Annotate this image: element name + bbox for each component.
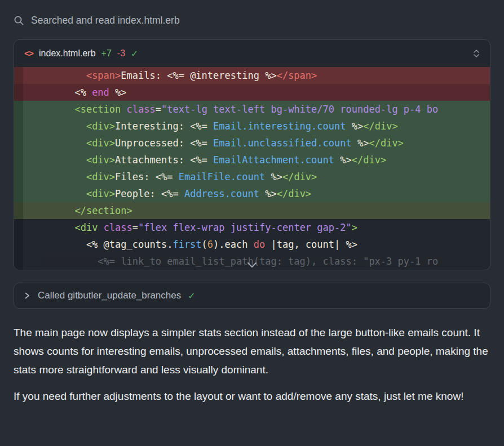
assistant-message: The main page now displays a simpler sta… [14, 323, 490, 405]
chevron-down-icon[interactable] [247, 262, 257, 268]
expand-collapse-icon[interactable] [471, 47, 482, 60]
diff-line: <div>Interesting: <%= Email.interesting.… [14, 118, 490, 135]
diff-line-gutter [14, 253, 23, 270]
code-file-icon: <> [24, 48, 33, 59]
diff-code-block: <span>Emails: <%= @interesting %></span>… [14, 67, 490, 270]
diff-line: <div>Unprocessed: <%= Email.unclassified… [14, 135, 490, 151]
search-icon [14, 15, 24, 26]
diff-line-gutter [14, 185, 23, 202]
tool-status-row[interactable]: Searched and read index.html.erb [14, 12, 490, 28]
tool-call-row[interactable]: Called gitbutler_update_branches ✓ [14, 283, 490, 309]
diff-line: </section> [14, 202, 490, 219]
diff-line: <% @tag_counts.first(6).each do |tag, co… [14, 236, 490, 253]
tool-status-label: Searched and read index.html.erb [31, 15, 180, 26]
diff-filename: index.html.erb [39, 48, 96, 59]
diff-line: <div>Files: <%= EmailFile.count %></div> [14, 168, 490, 185]
diff-line: <div>Attachments: <%= EmailAttachment.co… [14, 151, 490, 168]
diff-line-gutter [14, 84, 23, 101]
diff-line-gutter [14, 67, 23, 84]
diff-line: <span>Emails: <%= @interesting %></span> [14, 67, 490, 84]
diff-line-gutter [14, 135, 23, 151]
diff-card-header[interactable]: <> index.html.erb +7 -3 ✓ [14, 40, 490, 67]
diff-line: <div class="flex flex-wrap justify-cente… [14, 219, 490, 236]
diff-line: <div>People: <%= Address.count %></div> [14, 185, 490, 202]
message-paragraph: If you need further adjustments to the l… [14, 387, 490, 405]
message-paragraph: The main page now displays a simpler sta… [14, 323, 490, 379]
diff-line: <% end %> [14, 84, 490, 101]
diff-line-gutter [14, 219, 23, 236]
diff-card: <> index.html.erb +7 -3 ✓ <span>Emails: … [14, 39, 490, 270]
diff-additions: +7 [101, 48, 112, 59]
tool-call-label: Called gitbutler_update_branches [38, 290, 181, 301]
diff-line-gutter [14, 202, 23, 219]
tool-call-check-icon: ✓ [188, 291, 195, 301]
diff-line: <section class="text-lg text-left bg-whi… [14, 101, 490, 118]
diff-deletions: -3 [117, 48, 125, 59]
chevron-right-icon [23, 292, 31, 300]
diff-line-gutter [14, 118, 23, 135]
diff-success-check-icon: ✓ [131, 48, 138, 59]
diff-line-gutter [14, 151, 23, 168]
diff-line-gutter [14, 101, 23, 118]
diff-line-gutter [14, 236, 23, 253]
diff-line-gutter [14, 168, 23, 185]
